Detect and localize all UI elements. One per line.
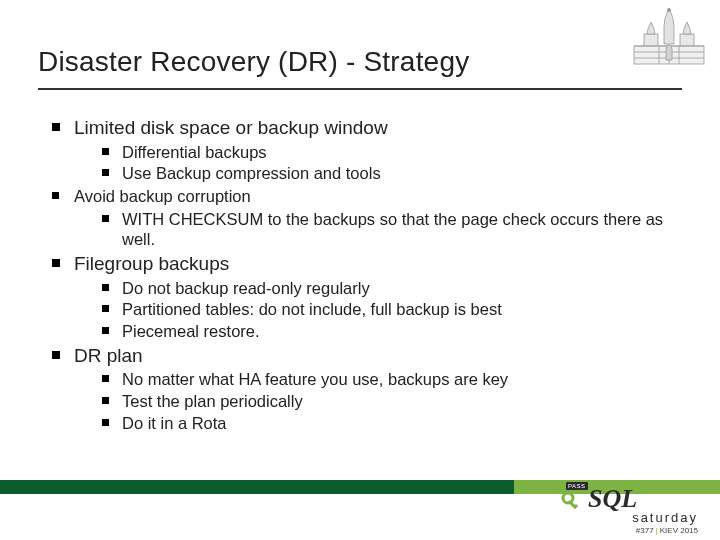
list-item: Test the plan periodically (102, 391, 682, 412)
list-item-label: Limited disk space or backup window (74, 117, 388, 138)
logo-sql-text: SQL (588, 484, 637, 513)
list-item-label: Avoid backup corruption (74, 187, 251, 205)
event-info: #377|KIEV 2015 (588, 526, 698, 535)
svg-point-0 (668, 9, 671, 12)
list-item: No matter what HA feature you use, backu… (102, 369, 682, 390)
list-item: Piecemeal restore. (102, 321, 682, 342)
slide-content: Disaster Recovery (DR) - Strategy Limite… (0, 0, 720, 433)
list-item: DR plan No matter what HA feature you us… (52, 344, 682, 434)
list-item: Do it in a Rota (102, 413, 682, 434)
list-item-label: DR plan (74, 345, 143, 366)
bullet-list: Limited disk space or backup window Diff… (38, 116, 682, 433)
list-item: Partitioned tables: do not include, full… (102, 299, 682, 320)
slide-title: Disaster Recovery (DR) - Strategy (38, 46, 682, 90)
list-item: Avoid backup corruption WITH CHECKSUM to… (52, 186, 682, 250)
pass-badge: PASS (566, 482, 588, 490)
cathedral-illustration-icon (624, 4, 714, 74)
list-item: Differential backups (102, 142, 682, 163)
list-item-label: Filegroup backups (74, 253, 229, 274)
sql-saturday-logo: PASS SQL saturday #377|KIEV 2015 (558, 484, 698, 534)
list-item: Use Backup compression and tools (102, 163, 682, 184)
list-item: Limited disk space or backup window Diff… (52, 116, 682, 184)
list-item: Filegroup backups Do not backup read-onl… (52, 252, 682, 342)
key-icon (560, 490, 584, 514)
list-item: Do not backup read-only regularly (102, 278, 682, 299)
list-item: WITH CHECKSUM to the backups so that the… (102, 209, 682, 250)
